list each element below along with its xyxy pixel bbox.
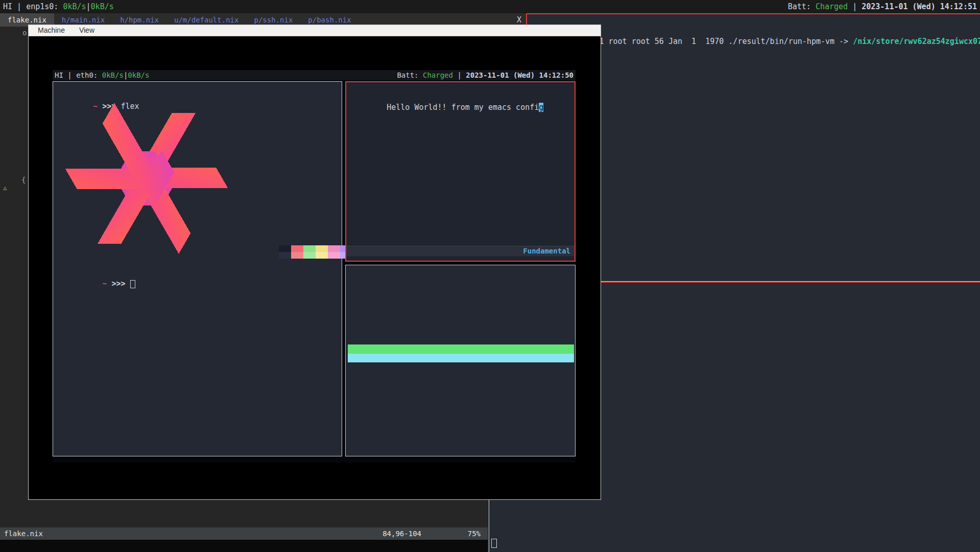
fetch-line: ------ [242, 96, 342, 105]
terminal-line: run-hpm-vm [605, 154, 978, 165]
fetch-line: OS: NixOS 23.05.20231023 [242, 105, 342, 114]
terminal-line: warning: Git tree '/home/me/work/config'… [492, 509, 980, 519]
statusline-filename: flake.nix [4, 530, 43, 538]
screen: HI | enp1s0: 0kB/s|0kB/s Batt: Charged |… [0, 0, 980, 552]
status-segment: | [848, 2, 862, 11]
terminal-line [605, 132, 978, 143]
fetch-line: WM: xmonad [242, 180, 342, 189]
summary-line: Tasks: 31, 71 thr, 82 kth [464, 278, 624, 287]
host-battery-clock: Batt: Charged | 2023-11-01 (Wed) 14:12:5… [788, 0, 977, 13]
htop-tabs-line[interactable]: Main I/O [350, 333, 453, 341]
process-row[interactable]: 660 55920 S 0.7 2.4 0:01.79 alacritty [348, 389, 574, 399]
gutter-mark: o [22, 29, 27, 37]
status-segment: HI | eth0: [55, 71, 102, 79]
process-row[interactable]: 540 53992 S 0.7 2.2 0:00.97 alacritty [348, 398, 574, 407]
process-row[interactable]: 808 7720 S 0.3 0.1 0:01.17 /run/current-… [348, 416, 574, 425]
host-terminal-window-nix-errors[interactable]: ntribute/report-a-bug> for how to report… [601, 282, 980, 500]
terminal-line: /^C [605, 332, 980, 341]
fetch-line: Memory: 1420MiB / 3931Mi [242, 217, 342, 226]
host-network-status: HI | enp1s0: 0kB/s|0kB/s [3, 0, 114, 13]
status-segment: Charged [816, 2, 848, 11]
guest-emacs-window[interactable]: Hello World!! from my emacs config ● 34 … [345, 81, 576, 262]
process-row[interactable]: 688 6560 S 0.2 0.1 0:00.18 /nix/store/12… [348, 425, 574, 434]
terminal-line: e created. [605, 89, 978, 100]
terminal-line [605, 175, 978, 186]
palette-swatch [316, 252, 328, 259]
status-segment: 2023-11-01 (Wed) 14:12:51 [862, 2, 977, 11]
terminal-line: k/config/hpm.qcow2', fmt=qcow2 cluster_s… [605, 68, 978, 79]
terminal-line: run-hpm-vm [605, 122, 978, 132]
fetch-line: me@hpm [242, 87, 342, 96]
fetch-line: Kernel: 6.1.59 [242, 124, 342, 133]
status-segment: Batt: [397, 71, 423, 79]
process-row[interactable]: 140 5764 S 0.2 0.1 0:00.17 /nix/store/12… [348, 434, 574, 443]
fetch-line: Uptime: 1 min [242, 133, 342, 143]
terminal-line: y... [492, 499, 980, 509]
text-segment: Hello World!! from my emacs confi [387, 103, 539, 112]
terminal-line: osts misc mybin README.md scripts virtch… [605, 208, 978, 218]
menu-item[interactable]: Machine [38, 25, 65, 36]
terminal-line [605, 388, 980, 397]
fetch-line: Terminal: alacritty [242, 189, 342, 198]
statusline-percent: 75% [468, 527, 481, 540]
terminal-output: run-hpm-vm creating the virtualisation d… [605, 14, 978, 261]
host-terminal-window-warnings[interactable]: y... warning: Git tree '/home/me/work/co… [489, 497, 980, 552]
htop-function-keys: F1Help F2Setup F3SearchF4FilterF5Tree F6… [348, 445, 574, 453]
terminal-line [605, 314, 980, 323]
process-row[interactable]: 472 30468 R 69.0 1.4 0:01.04 /nix/store/… [348, 354, 574, 363]
nixos-logo [57, 94, 236, 263]
process-row[interactable]: 804 36848 S 1.3 1.7 0:01.15 /nix/store/h… [348, 380, 574, 389]
terminal-line: ${self.nixosConfigurations.hpm.config.sy… [605, 425, 980, 434]
terminal-line [605, 36, 978, 47]
terminal-line: ^ [605, 416, 980, 425]
text-segment: g [539, 103, 543, 112]
vim-statusline: flake.nix 84,96-104 75% [0, 527, 488, 540]
process-row[interactable]: RES SHR S CPU%▽MEM% TIME+ Command [348, 344, 574, 354]
fkey-line[interactable]: F1Help F2Setup F3SearchF4FilterF5Tree F6… [348, 445, 574, 453]
terminal-line: creating the virtualisation disk image..… [605, 57, 978, 68]
prompt-segment: ~ [102, 279, 111, 288]
prompt-segment: >>> [111, 279, 130, 288]
host-status-bar: HI | enp1s0: 0kB/s|0kB/s Batt: Charged |… [0, 0, 980, 13]
terminal-line [605, 341, 980, 351]
terminal-line [605, 143, 978, 154]
fetch-line: Shell: bash 5.2.15 [242, 152, 342, 161]
editor-code[interactable]: run-vm = specialArgs.pkgs.writeScriptBin… [50, 498, 488, 527]
qemu-vm-window[interactable]: MachineView HI | eth0: 0kB/s|0kB/s Batt:… [28, 25, 601, 500]
guest-screen: HI | eth0: 0kB/s|0kB/s Batt: Charged | 2… [53, 70, 576, 463]
terminal-line [605, 100, 978, 111]
guest-htop-window[interactable]: 0[|||||||||||||51.7%] 1[|||||||26.0%] 2[… [345, 265, 576, 456]
shell-prompt[interactable]: ~ >>> [56, 270, 135, 297]
terminal-cursor [491, 539, 497, 548]
terminal-cursor [130, 280, 135, 288]
summary-line: Uptime: 00:01:41 [464, 295, 624, 305]
terminal-line: .loader.grub.version option does not hav… [605, 472, 980, 481]
htop-tasks-summary: Tasks: 31, 71 thr, 82 kth Load average: … [464, 278, 624, 305]
fetch-line: Packages: 619 (nix-syste [242, 143, 342, 152]
terminal-line: osts misc mybin README.md scripts virtch… [605, 250, 978, 261]
palette-swatch [291, 252, 303, 259]
fetch-line: Host: KVM/QEMU (Standard [242, 115, 342, 124]
process-row[interactable]: 68M 37892 R 47.1 55.2 0:26.79 /nix/store… [348, 372, 574, 381]
menu-item[interactable]: View [79, 25, 94, 36]
terminal-line [605, 434, 980, 444]
htop-meter: Mem[|||||||||2.37G/3.84G] [350, 313, 518, 323]
status-segment: HI | enp1s0: [3, 2, 63, 11]
emacs-modeline: ● 34 *scratch* 1:33 All Fundamental [346, 246, 575, 256]
terminal-line: run-vm = nixpkgs.x86_64-linux.pkgs.write… [605, 406, 980, 416]
terminal-line [605, 323, 980, 332]
terminal-line [605, 218, 978, 229]
terminal-line [605, 370, 980, 379]
terminal-line: how detailed location information) [605, 444, 980, 453]
emacs-buffer-text: Hello World!! from my emacs config [350, 84, 543, 112]
terminal-line: m your configuration. [492, 530, 980, 540]
terminal-line: c2bcsm4xmj0vd0capi9q2yc0yzl87-source/fla… [605, 379, 980, 388]
terminal-line [605, 286, 980, 295]
status-segment: Batt: [788, 2, 816, 11]
qemu-menu-bar: MachineView [29, 25, 601, 36]
terminal-line: /me/work/config' is dirty [605, 351, 980, 360]
terminal-line: trace: warning: The boot.loader.grub.ver… [492, 519, 980, 530]
process-row[interactable]: 496 30612 R 67.7 1.6 0:01.02 /nix/store/… [348, 362, 574, 372]
guest-terminal-window[interactable]: ~ >>> flex [53, 81, 342, 456]
process-row[interactable]: 288 3196 R 0.7 0.1 0:00.51 htop [348, 407, 574, 417]
